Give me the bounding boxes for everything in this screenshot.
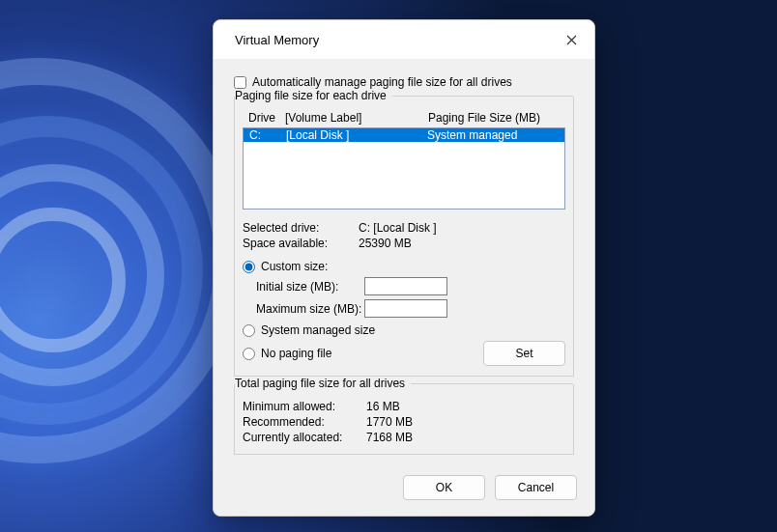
maximum-size-label: Maximum size (MB):	[256, 302, 364, 316]
drive-cell-volume: [Local Disk ]	[286, 128, 414, 142]
close-button[interactable]	[561, 30, 581, 49]
selected-drive-label: Selected drive:	[243, 221, 359, 235]
auto-manage-label: Automatically manage paging file size fo…	[252, 75, 512, 89]
allocated-row: Currently allocated: 7168 MB	[243, 431, 565, 444]
col-paging-header: Paging File Size (MB)	[415, 111, 560, 125]
no-paging-radio[interactable]	[243, 348, 255, 360]
minimum-label: Minimum allowed:	[243, 400, 366, 413]
minimum-row: Minimum allowed: 16 MB	[243, 400, 565, 413]
set-button[interactable]: Set	[483, 341, 565, 366]
recommended-label: Recommended:	[243, 415, 366, 429]
auto-manage-row[interactable]: Automatically manage paging file size fo…	[234, 75, 574, 89]
col-volume-header: [Volume Label]	[285, 111, 415, 125]
dialog-title: Virtual Memory	[235, 33, 319, 47]
auto-manage-checkbox[interactable]	[234, 76, 246, 89]
totals-legend: Total paging file size for all drives	[235, 377, 407, 390]
drive-groupbox: Paging file size for each drive Drive [V…	[234, 97, 574, 377]
space-available-value: 25390 MB	[359, 237, 412, 250]
recommended-row: Recommended: 1770 MB	[243, 415, 565, 429]
no-paging-radio-row[interactable]: No paging file	[243, 347, 331, 360]
initial-size-row: Initial size (MB):	[256, 277, 565, 295]
dialog-footer: OK Cancel	[214, 465, 594, 516]
drive-cell-paging: System managed	[414, 128, 559, 142]
no-paging-label: No paging file	[261, 347, 331, 360]
initial-size-label: Initial size (MB):	[256, 280, 364, 294]
drive-cell-drive: C:	[249, 128, 286, 142]
system-managed-label: System managed size	[261, 323, 375, 337]
ok-button[interactable]: OK	[403, 475, 485, 500]
selected-drive-value: C: [Local Disk ]	[359, 221, 437, 235]
system-managed-radio-row[interactable]: System managed size	[243, 323, 565, 337]
recommended-value: 1770 MB	[366, 415, 413, 429]
drive-listbox[interactable]: C: [Local Disk ] System managed	[243, 127, 565, 210]
totals-groupbox: Total paging file size for all drives Mi…	[234, 384, 574, 455]
drive-list-header: Drive [Volume Label] Paging File Size (M…	[243, 110, 565, 126]
custom-size-label: Custom size:	[261, 260, 328, 273]
cancel-button[interactable]: Cancel	[495, 475, 577, 500]
titlebar: Virtual Memory	[214, 20, 594, 59]
drive-group-legend: Paging file size for each drive	[235, 89, 388, 102]
allocated-label: Currently allocated:	[243, 431, 366, 444]
minimum-value: 16 MB	[366, 400, 400, 413]
virtual-memory-dialog: Virtual Memory Automatically manage pagi…	[213, 19, 595, 517]
space-available-label: Space available:	[243, 237, 359, 250]
space-available-row: Space available: 25390 MB	[243, 237, 565, 250]
selected-drive-row: Selected drive: C: [Local Disk ]	[243, 221, 565, 235]
maximum-size-row: Maximum size (MB):	[256, 299, 565, 318]
maximum-size-input[interactable]	[364, 299, 447, 318]
initial-size-input[interactable]	[364, 277, 447, 295]
custom-size-radio[interactable]	[243, 261, 255, 273]
custom-size-radio-row[interactable]: Custom size:	[243, 260, 565, 273]
drive-row[interactable]: C: [Local Disk ] System managed	[244, 128, 564, 142]
close-icon	[566, 35, 577, 45]
allocated-value: 7168 MB	[366, 431, 413, 444]
system-managed-radio[interactable]	[243, 324, 255, 337]
col-drive-header: Drive	[248, 111, 285, 125]
